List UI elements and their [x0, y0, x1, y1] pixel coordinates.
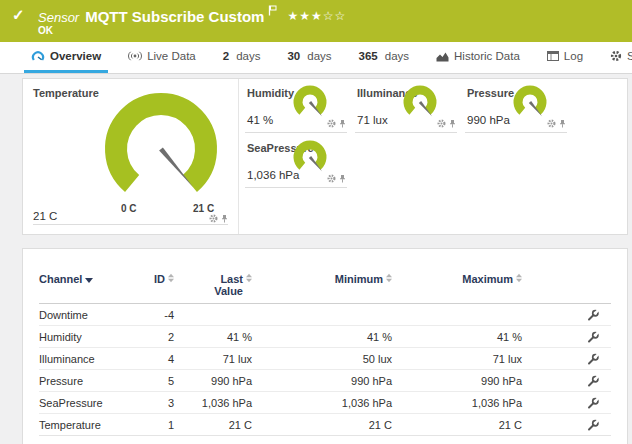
status-check-icon: ✓ — [12, 6, 25, 24]
stars-empty-icon: ☆☆ — [323, 9, 347, 23]
channel-minimum: 50 lux — [252, 353, 392, 365]
channel-id: 3 — [139, 397, 174, 409]
temperature-gauge — [81, 91, 241, 209]
channel-maximum: 990 hPa — [392, 375, 522, 387]
pressure-gauge — [509, 85, 551, 125]
channel-id: 4 — [139, 353, 174, 365]
sensor-title: MQTT Subscribe Custom — [85, 8, 264, 25]
tab-2-days[interactable]: 2days — [216, 42, 268, 73]
gauge-label: Pressure — [467, 87, 514, 99]
channel-last-value: 21 C — [174, 419, 252, 431]
stars-filled-icon: ★★★ — [287, 9, 322, 23]
table-row[interactable]: Temperature 1 21 C 21 C 21 C — [39, 414, 611, 436]
channel-minimum: 21 C — [252, 419, 392, 431]
channel-gear-icon[interactable] — [327, 174, 336, 183]
edit-channel-wrench-icon[interactable] — [587, 331, 599, 343]
pin-icon[interactable] — [339, 175, 346, 183]
column-header-id[interactable]: ID — [139, 273, 174, 297]
edit-channel-wrench-icon[interactable] — [587, 397, 599, 409]
gauge-tile-humidity: Humidity 41 % — [245, 83, 347, 133]
tab-overview[interactable]: Overview — [24, 42, 108, 73]
column-header-maximum[interactable]: Maximum — [392, 273, 522, 297]
gauge-value: 990 hPa — [467, 114, 510, 126]
channel-name: Humidity — [39, 331, 139, 343]
channel-name: Illuminance — [39, 353, 139, 365]
gauge-tile-seapressure: SeaPressure 1,036 hPa — [245, 138, 347, 188]
gauge-scale-max: 21 C — [193, 203, 214, 214]
gauges-panel: Temperature 0 C 21 C 21 C Humidity 41 % — [22, 78, 628, 235]
table-row[interactable]: Illuminance 4 71 lux 50 lux 71 lux — [39, 348, 611, 370]
column-header-channel[interactable]: Channel — [39, 273, 139, 297]
edit-channel-wrench-icon[interactable] — [587, 353, 599, 365]
channel-id: 2 — [139, 331, 174, 343]
gauge-label: Humidity — [247, 87, 294, 99]
channel-gear-icon[interactable] — [209, 214, 218, 223]
gauge-tile-temperature: Temperature 0 C 21 C 21 C — [23, 79, 239, 234]
tab-bar: Overview Live Data 2days 30days 365days … — [0, 42, 632, 74]
channel-minimum: 990 hPa — [252, 375, 392, 387]
channel-id: -4 — [139, 309, 174, 321]
edit-channel-wrench-icon[interactable] — [587, 375, 599, 387]
gauge-value: 21 C — [33, 210, 57, 222]
favorite-flag-icon[interactable] — [268, 5, 277, 16]
channel-maximum: 1,036 hPa — [392, 397, 522, 409]
channel-id: 1 — [139, 419, 174, 431]
table-row[interactable]: Humidity 2 41 % 41 % 41 % — [39, 326, 611, 348]
channel-last-value: 71 lux — [174, 353, 252, 365]
channel-name: Temperature — [39, 419, 139, 431]
channel-name: SeaPressure — [39, 397, 139, 409]
sensor-status-bar: ✓ SensorMQTT Subscribe Custom★★★☆☆ OK — [0, 0, 632, 42]
channel-maximum: 21 C — [392, 419, 522, 431]
table-row[interactable]: SeaPressure 3 1,036 hPa 1,036 hPa 1,036 … — [39, 392, 611, 414]
channel-maximum: 71 lux — [392, 353, 522, 365]
tab-historic-data[interactable]: Historic Data — [429, 42, 527, 73]
small-gauges-grid: Humidity 41 % Illuminance 71 lux — [245, 83, 567, 188]
channel-minimum: 41 % — [252, 331, 392, 343]
gauge-tile-pressure: Pressure 990 hPa — [465, 83, 567, 133]
sort-desc-icon — [85, 278, 93, 283]
gauge-tile-illuminance: Illuminance 71 lux — [355, 83, 457, 133]
sensor-status-text: OK — [38, 25, 53, 36]
channel-gear-icon[interactable] — [547, 119, 556, 128]
priority-stars[interactable]: ★★★☆☆ — [287, 9, 346, 23]
table-row[interactable]: Pressure 5 990 hPa 990 hPa 990 hPa — [39, 370, 611, 392]
gauge-scale-min: 0 C — [121, 203, 137, 214]
gauge-value: 41 % — [247, 114, 273, 126]
gear-icon — [610, 50, 622, 62]
object-kind-label: Sensor — [38, 10, 79, 25]
tab-365-days[interactable]: 365days — [352, 42, 416, 73]
tab-settings[interactable]: Settings — [603, 42, 632, 73]
table-row[interactable]: Downtime -4 — [39, 304, 611, 326]
log-table-icon — [547, 51, 559, 61]
tab-log[interactable]: Log — [540, 42, 590, 73]
humidity-gauge — [289, 85, 331, 125]
channel-gear-icon[interactable] — [327, 119, 336, 128]
tab-live-data[interactable]: Live Data — [121, 42, 203, 73]
channel-name: Pressure — [39, 375, 139, 387]
channel-maximum: 41 % — [392, 331, 522, 343]
gauge-icon — [31, 50, 45, 62]
column-header-minimum[interactable]: Minimum — [252, 273, 392, 297]
live-signal-icon — [128, 51, 142, 61]
channel-gear-icon[interactable] — [437, 119, 446, 128]
gauge-value: 1,036 hPa — [247, 169, 299, 181]
column-header-last-value[interactable]: Last Value — [174, 273, 252, 297]
channel-name: Downtime — [39, 309, 139, 321]
pin-icon[interactable] — [559, 120, 566, 128]
pin-icon[interactable] — [339, 120, 346, 128]
edit-channel-wrench-icon[interactable] — [587, 309, 599, 321]
divider — [33, 224, 228, 225]
edit-channel-wrench-icon[interactable] — [587, 419, 599, 431]
channel-last-value: 990 hPa — [174, 375, 252, 387]
tab-30-days[interactable]: 30days — [280, 42, 338, 73]
pin-icon[interactable] — [449, 120, 456, 128]
table-header-row: Channel ID Last Value Minimum Maximum — [39, 273, 611, 304]
channel-minimum: 1,036 hPa — [252, 397, 392, 409]
channel-id: 5 — [139, 375, 174, 387]
channel-table: Channel ID Last Value Minimum Maximum Do… — [22, 248, 628, 444]
channel-last-value: 1,036 hPa — [174, 397, 252, 409]
historic-chart-icon — [436, 51, 449, 62]
pin-icon[interactable] — [221, 215, 228, 223]
gauge-value: 71 lux — [357, 114, 388, 126]
illuminance-gauge — [399, 85, 441, 125]
